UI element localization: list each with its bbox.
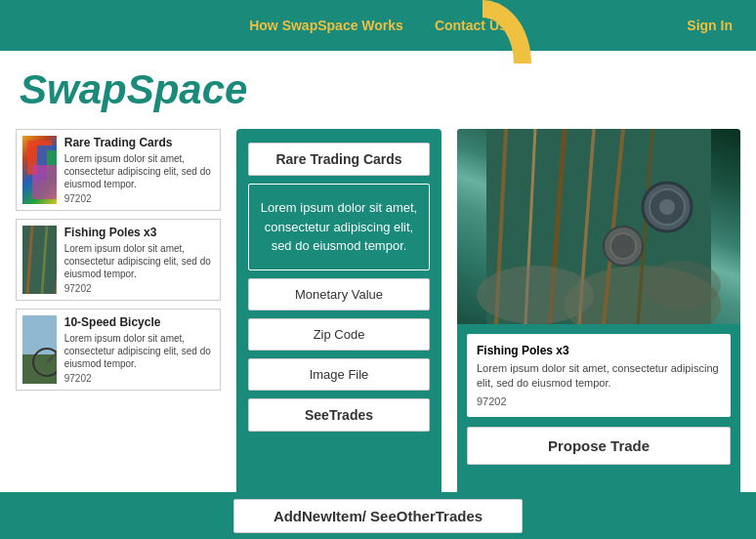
form-item-title: Rare Trading Cards: [248, 143, 430, 176]
main-content: Rare Trading Cards Lorem ipsum dolor sit…: [0, 121, 756, 539]
list-item[interactable]: Rare Trading Cards Lorem ipsum dolor sit…: [16, 129, 221, 211]
fishing-rods-bg: [457, 129, 740, 324]
sidebar: Rare Trading Cards Lorem ipsum dolor sit…: [16, 129, 221, 533]
center-panel: Rare Trading Cards Lorem ipsum dolor sit…: [236, 129, 441, 533]
fishing-poles-image: [22, 226, 57, 294]
add-new-item-button[interactable]: AddNewItem/ SeeOtherTrades: [233, 499, 523, 533]
form-description: Lorem ipsum dolor sit amet, consectetur …: [248, 184, 430, 270]
propose-trade-button[interactable]: Propose Trade: [467, 427, 731, 465]
right-item-zip: 97202: [477, 395, 721, 407]
image-file-field[interactable]: Image File: [248, 358, 430, 391]
item-description: Lorem ipsum dolor sit amet, consectetur …: [64, 242, 214, 280]
zip-code-field[interactable]: Zip Code: [248, 318, 430, 351]
logo-text: SwapSpace: [20, 66, 247, 112]
header: How SwapSpace Works Contact Us Sign In: [0, 0, 756, 51]
item-zip: 97202: [64, 283, 214, 294]
item-zip: 97202: [64, 193, 214, 204]
right-panel-image: [457, 129, 740, 324]
item-zip: 97202: [64, 373, 214, 384]
list-item[interactable]: 10-Speed Bicycle Lorem ipsum dolor sit a…: [16, 309, 221, 391]
bottom-bar: AddNewItem/ SeeOtherTrades: [0, 492, 756, 539]
list-item[interactable]: Fishing Poles x3 Lorem ipsum dolor sit a…: [16, 219, 221, 301]
svg-rect-4: [32, 165, 57, 199]
item-title: Fishing Poles x3: [64, 226, 214, 239]
item-card-info: Rare Trading Cards Lorem ipsum dolor sit…: [64, 136, 214, 204]
svg-point-39: [643, 261, 721, 310]
nav-sign-in[interactable]: Sign In: [687, 18, 733, 33]
right-panel: Fishing Poles x3 Lorem ipsum dolor sit a…: [457, 129, 740, 533]
item-title: 10-Speed Bicycle: [64, 315, 214, 329]
svg-point-37: [610, 233, 636, 259]
svg-point-35: [659, 199, 675, 215]
right-panel-item-info: Fishing Poles x3 Lorem ipsum dolor sit a…: [467, 334, 731, 417]
item-title: Rare Trading Cards: [64, 136, 214, 149]
item-card-info: 10-Speed Bicycle Lorem ipsum dolor sit a…: [64, 315, 214, 384]
logo-area: SwapSpace: [0, 51, 756, 121]
svg-point-38: [477, 266, 594, 324]
bicycle-image: [22, 315, 57, 384]
nav-how-it-works[interactable]: How SwapSpace Works: [249, 18, 403, 33]
see-trades-button[interactable]: SeeTrades: [248, 398, 430, 432]
trading-cards-image: [22, 136, 57, 204]
item-card-info: Fishing Poles x3 Lorem ipsum dolor sit a…: [64, 226, 214, 294]
right-item-description: Lorem ipsum dolor sit amet, consectetur …: [477, 361, 721, 392]
item-description: Lorem ipsum dolor sit amet, consectetur …: [64, 152, 214, 190]
header-nav: How SwapSpace Works Contact Us: [249, 18, 507, 33]
item-description: Lorem ipsum dolor sit amet, consectetur …: [64, 332, 214, 370]
monetary-value-field[interactable]: Monetary Value: [248, 278, 430, 311]
right-item-title: Fishing Poles x3: [477, 344, 721, 357]
